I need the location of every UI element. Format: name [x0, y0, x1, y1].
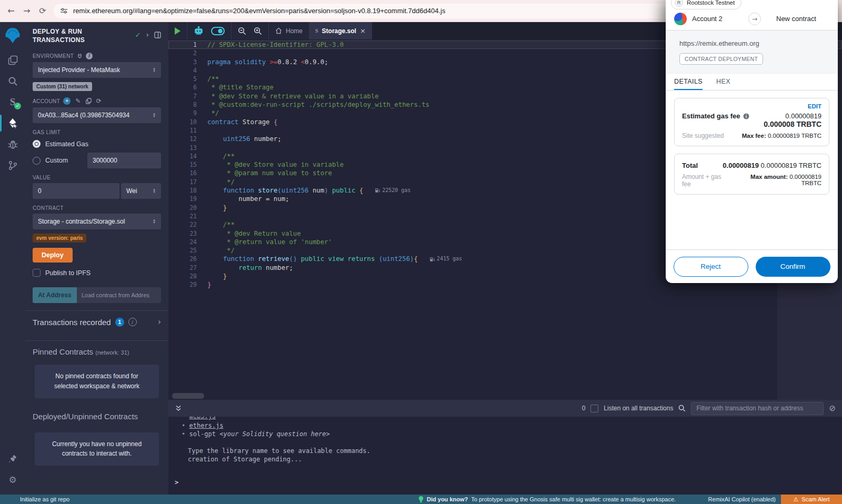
copy-account-icon[interactable] [86, 98, 92, 104]
pin-panel-icon[interactable] [154, 32, 161, 38]
gas-fee-label: Estimated gas fee [682, 112, 740, 120]
transactions-info-icon[interactable]: i [128, 318, 137, 326]
at-address-button[interactable]: At Address [33, 287, 77, 303]
settings-gear-icon[interactable]: ⚙ [0, 469, 25, 490]
tab-storage-sol[interactable]: S Storage.sol × [309, 22, 372, 39]
line-number: 4 [168, 66, 197, 75]
account-select[interactable]: 0xA03...85ac4 (0.398673504934 [33, 107, 161, 123]
run-script-icon[interactable] [175, 27, 181, 35]
terminal-message: Type the library name to see available c… [168, 447, 842, 455]
plug-icon [77, 53, 83, 59]
stepper-icon [153, 188, 156, 194]
code-text: */ [207, 178, 235, 186]
edit-account-icon[interactable]: ✎ [75, 97, 81, 105]
line-number: 13 [168, 144, 197, 152]
arrow-right-circle-icon: → [748, 13, 761, 25]
publish-ipfs-checkbox[interactable] [33, 269, 41, 277]
terminal-filter-input[interactable] [691, 402, 824, 415]
site-settings-icon[interactable] [60, 7, 68, 15]
at-address-input[interactable] [77, 287, 161, 303]
collapse-terminal-icon[interactable] [175, 405, 182, 412]
max-fee: Max fee: 0.00000819 TRBTC [742, 133, 821, 139]
gas-fee-info-icon[interactable] [743, 113, 749, 119]
line-number: 24 [168, 238, 197, 246]
estimated-gas-label: Estimated Gas [45, 140, 88, 148]
transactions-recorded-row[interactable]: Transactions recorded 1 i › [33, 317, 161, 333]
value-unit-select[interactable]: Wei [121, 183, 161, 199]
value-input-field[interactable] [38, 187, 114, 195]
deploy-run-icon[interactable] [0, 113, 25, 134]
line-number: 1 [168, 41, 197, 49]
transactions-expand-icon[interactable]: › [158, 317, 161, 327]
clear-terminal-icon[interactable]: ⊘ [829, 404, 836, 413]
ai-copilot-toggle-on[interactable] [211, 27, 225, 35]
refresh-icon[interactable]: ⟳ [35, 6, 51, 16]
remix-logo[interactable] [0, 22, 25, 49]
close-tab-icon[interactable]: × [360, 27, 366, 35]
custom-gas-radio[interactable] [33, 157, 41, 165]
run-script-group [168, 22, 187, 39]
gas-estimate-hint: 2415 gas [429, 255, 462, 263]
environment-info-icon[interactable]: i [86, 53, 93, 59]
edit-gas-link[interactable]: EDIT [808, 103, 821, 109]
solidity-file-icon: S [315, 28, 318, 34]
custom-gas-input[interactable] [87, 153, 161, 168]
refresh-account-icon[interactable]: ⟳ [96, 97, 102, 105]
reject-button[interactable]: Reject [674, 257, 748, 277]
terminal-prompt[interactable]: > [175, 479, 178, 486]
horizontal-scrollbar[interactable] [172, 393, 204, 399]
listen-all-label: Listen on all transactions [604, 405, 673, 412]
stepper-icon [153, 113, 156, 118]
terminal-link-web3[interactable]: web3.js [189, 417, 216, 420]
terminal-link-ethers[interactable]: ethers.js [189, 422, 223, 429]
panel-chevron-icon[interactable]: › [146, 31, 149, 39]
tx-type-badge: CONTRACT DEPLOYMENT [679, 53, 763, 65]
line-number: 9 [168, 109, 197, 117]
git-init-button[interactable]: Initialize as git repo [20, 496, 69, 502]
search-icon[interactable] [0, 70, 25, 92]
code-text: } [207, 280, 211, 289]
panel-check-icon: ✓ [135, 31, 141, 39]
zoom-out-icon[interactable] [238, 27, 246, 35]
add-account-icon[interactable]: + [63, 97, 71, 105]
file-explorer-icon[interactable] [0, 49, 25, 70]
contract-select[interactable]: Storage - contracts/Storage.sol [33, 214, 161, 229]
line-number: 8 [168, 100, 197, 109]
publish-ipfs-label: Publish to IPFS [45, 269, 91, 277]
custom-gas-label: Custom [45, 157, 68, 164]
stepper-icon [153, 67, 156, 73]
code-text: * @dev Store & retrieve value in a varia… [207, 92, 379, 100]
line-number: 14 [168, 152, 197, 160]
code-text: // SPDX-License-Identifier: GPL-3.0 [207, 41, 344, 49]
total-label: Total [682, 162, 698, 169]
ai-copilot-robot-icon[interactable] [194, 26, 204, 35]
deploy-button[interactable]: Deploy [33, 248, 73, 263]
environment-select[interactable]: Injected Provider - MetaMask [33, 62, 161, 78]
stepper-icon [153, 219, 156, 224]
line-number: 21 [168, 212, 197, 220]
origin-section: https://remix.ethereum.org CONTRACT DEPL… [666, 31, 838, 74]
confirm-button[interactable]: Confirm [756, 257, 830, 277]
tab-home[interactable]: Home [269, 22, 309, 39]
line-number: 6 [168, 83, 197, 92]
plugin-manager-icon[interactable] [0, 448, 25, 469]
tab-details[interactable]: DETAILS [674, 74, 703, 90]
forward-icon[interactable]: → [19, 6, 35, 16]
git-icon[interactable] [0, 155, 25, 176]
gas-fee-value: 0.00000819 [785, 112, 821, 120]
listen-all-checkbox[interactable] [590, 405, 598, 412]
zoom-in-icon[interactable] [254, 27, 262, 35]
terminal-search-icon [678, 405, 686, 412]
value-input[interactable] [33, 183, 119, 199]
debugger-icon[interactable] [0, 134, 25, 155]
tab-hex[interactable]: HEX [716, 74, 730, 90]
compiled-check-icon: ✓ [14, 103, 21, 109]
back-icon[interactable]: ← [3, 6, 19, 16]
url-text: remix.ethereum.org/#lang=en&optimize=fal… [73, 7, 445, 15]
scam-alert-button[interactable]: ⚠ Scam Alert [781, 495, 842, 504]
estimated-gas-radio[interactable] [33, 140, 41, 148]
line-number: 10 [168, 118, 197, 126]
solidity-compiler-icon[interactable]: S ✓ [0, 92, 25, 113]
terminal-output[interactable]: • web3.js • ethers.js • sol-gpt <your So… [168, 417, 842, 495]
copilot-status[interactable]: RemixAI Copilot (enabled) [708, 496, 776, 502]
